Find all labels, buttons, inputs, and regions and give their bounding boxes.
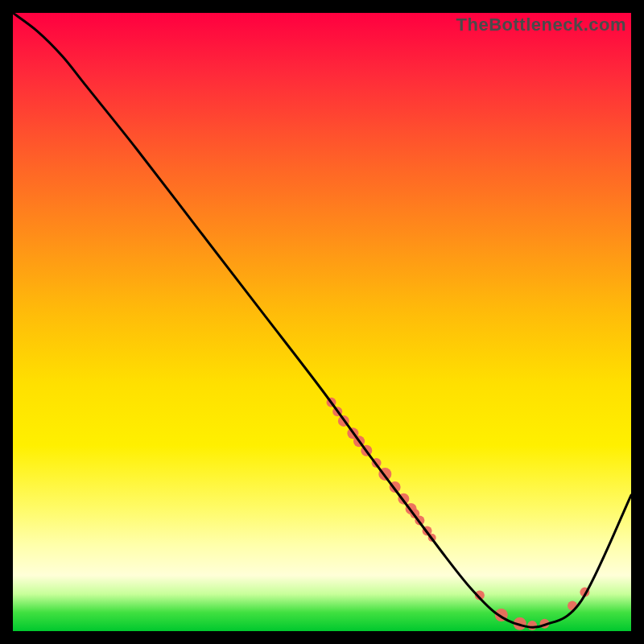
chart-svg (13, 13, 631, 631)
plot-area: TheBottleneck.com (13, 13, 631, 631)
markers-group (327, 398, 590, 630)
data-marker (527, 621, 537, 630)
chart-frame: TheBottleneck.com (0, 0, 644, 644)
bottleneck-curve-path (13, 13, 631, 627)
